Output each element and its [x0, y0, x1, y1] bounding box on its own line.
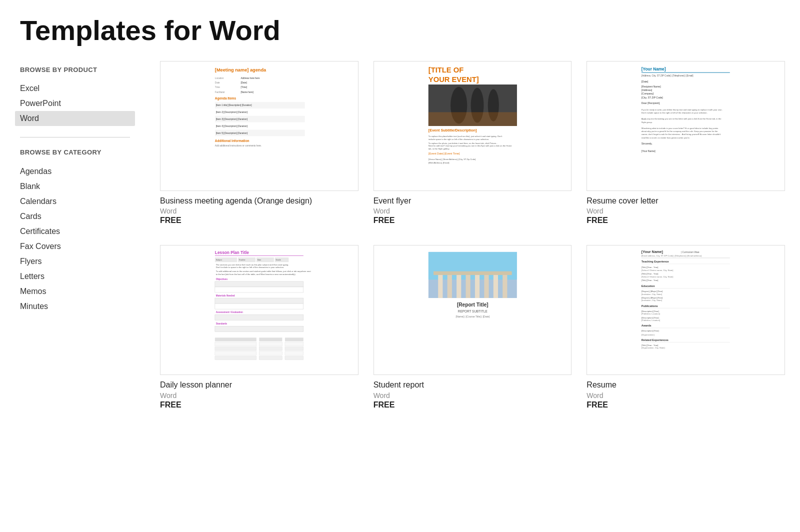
sidebar-item-flyers[interactable]: Flyers — [20, 254, 130, 269]
svg-text:Materials Needed: Materials Needed — [216, 295, 235, 298]
svg-text:[Title]                       : [Title] [Year - Year] — [642, 272, 658, 275]
template-price: FREE — [374, 400, 572, 410]
svg-text:[Web Address], [Email]: [Web Address], [Email] — [428, 161, 450, 164]
svg-rect-88 — [259, 338, 282, 342]
template-name: Student report — [374, 380, 572, 390]
svg-text:To add additional rows to the : To add additional rows to the section an… — [216, 270, 312, 273]
svg-text:[Title]                       : [Title] [Year - Year] — [642, 266, 658, 269]
svg-text:[TITLE OF: [TITLE OF — [428, 66, 464, 74]
sidebar-item-fax-covers[interactable]: Fax Covers — [20, 239, 130, 254]
sidebar-item-certificates[interactable]: Certificates — [20, 224, 130, 239]
svg-text:Style group.: Style group. — [642, 120, 652, 123]
svg-text:to the last (tab from the last: to the last (tab from the last cell of t… — [216, 273, 296, 276]
svg-text:[School / District name, City,: [School / District name, City, State] — [642, 269, 673, 272]
template-info-resume: ResumeWordFREE — [586, 375, 785, 410]
template-card-business-meeting-agenda[interactable]: [Meeting name] agenda Location Address h… — [160, 61, 358, 226]
svg-text:Objectives: Objectives — [216, 278, 228, 280]
svg-text:Address here here: Address here here — [240, 77, 260, 80]
svg-rect-112 — [502, 274, 507, 298]
svg-rect-113 — [434, 272, 512, 275]
template-name: Resume — [586, 380, 785, 390]
svg-text:[Institution, City, State]: [Institution, City, State] — [642, 300, 662, 302]
svg-text:[Publisher, Location]: [Publisher, Location] — [642, 313, 660, 316]
sidebar-divider — [20, 137, 130, 138]
svg-text:tab, in the Style gallery.: tab, in the Style gallery. — [428, 148, 450, 150]
svg-text:Assessment / Evaluation: Assessment / Evaluation — [216, 312, 243, 314]
svg-text:[Item 4]                     [: [Item 4] [Description] [Duration] — [216, 124, 248, 127]
sidebar-item-calendars[interactable]: Calendars — [20, 194, 130, 209]
svg-text:[Name] | [Course Title] | [Dat: [Name] | [Course Title] | [Date] — [456, 315, 490, 318]
svg-rect-105 — [438, 274, 442, 298]
svg-text:Awards: Awards — [642, 324, 652, 328]
sidebar-item-cards[interactable]: Cards — [20, 209, 130, 224]
svg-text:Teacher: Teacher — [239, 260, 246, 262]
template-grid: [Meeting name] agenda Location Address h… — [160, 61, 785, 410]
svg-text:Wondering what to include in y: Wondering what to include in your cover … — [642, 126, 718, 129]
svg-text:[Email address, City, ST ZIP C: [Email address, City, ST ZIP Code] | [Te… — [642, 255, 702, 258]
svg-text:Add additional instructions or: Add additional instructions or comments … — [215, 144, 262, 147]
template-name: Resume cover letter — [586, 196, 785, 206]
template-thumbnail-resume-cover-letter: [Your Name] [Address, City, ST ZIP Code]… — [586, 61, 785, 191]
svg-rect-91 — [259, 342, 282, 346]
svg-rect-111 — [493, 274, 498, 298]
svg-text:[Item 3]                     [: [Item 3] [Description] [Duration] — [216, 118, 248, 120]
svg-rect-101 — [285, 356, 304, 360]
svg-rect-109 — [475, 274, 480, 298]
sidebar-item-excel[interactable]: Excel — [20, 81, 130, 96]
svg-text:Additional Information: Additional Information — [215, 139, 250, 142]
sidebar-item-letters[interactable]: Letters — [20, 269, 130, 284]
template-card-resume-cover-letter[interactable]: [Your Name] [Address, City, ST ZIP Code]… — [586, 61, 785, 226]
svg-text:Publications: Publications — [642, 304, 658, 308]
svg-rect-93 — [215, 347, 256, 350]
template-info-daily-lesson-planner: Daily lesson plannerWordFREE — [160, 375, 358, 410]
svg-text:Apply any text formatting you : Apply any text formatting you see in thi… — [642, 118, 722, 120]
template-thumbnail-student-report: [Report Title] REPORT SUBTITLE [Name] | … — [374, 245, 572, 375]
template-name: Business meeting agenda (Orange design) — [160, 196, 358, 206]
template-thumbnail-event-flyer: [TITLE OF YOUR EVENT] [Event Subtitle/De… — [374, 61, 572, 191]
template-info-event-flyer: Event flyerWordFREE — [374, 191, 572, 226]
svg-rect-106 — [447, 274, 452, 298]
sidebar-item-minutes[interactable]: Minutes — [20, 299, 130, 314]
page-title: Templates for Word — [20, 15, 780, 46]
svg-text:Date: Date — [215, 82, 220, 84]
sidebar-item-word[interactable]: Word — [15, 111, 135, 126]
template-thumbnail-resume: [Your Name] | Curriculum Vitae [Email ad… — [586, 245, 785, 375]
sidebar-item-blank[interactable]: Blank — [20, 179, 130, 194]
template-product: Word — [160, 392, 358, 400]
svg-text:Dear [Recipient],: Dear [Recipient], — [642, 101, 660, 104]
svg-rect-87 — [215, 338, 256, 342]
svg-text:[Event Date]  [Event Time]: [Event Date] [Event Time] — [428, 152, 460, 155]
svg-text:If you're ready to write, just: If you're ready to write, just delete th… — [642, 108, 722, 110]
template-price: FREE — [160, 400, 358, 410]
template-info-student-report: Student reportWordFREE — [374, 375, 572, 410]
sidebar-item-agendas[interactable]: Agendas — [20, 164, 130, 179]
svg-rect-98 — [285, 352, 304, 355]
svg-text:[Publisher, Location]: [Publisher, Location] — [642, 320, 660, 322]
svg-text:|  Curriculum Vitae: | Curriculum Vitae — [681, 251, 700, 254]
template-card-event-flyer[interactable]: [TITLE OF YOUR EVENT] [Event Subtitle/De… — [374, 61, 572, 226]
svg-text:[School / District name, City,: [School / District name, City, State] — [642, 276, 673, 278]
svg-text:[Your Name]: [Your Name] — [642, 250, 664, 254]
svg-text:[Organization, City, State]: [Organization, City, State] — [642, 347, 665, 350]
svg-text:[Date]: [Date] — [642, 80, 648, 83]
template-card-student-report[interactable]: [Report Title] REPORT SUBTITLE [Name] | … — [374, 245, 572, 410]
svg-text:[City, ST ZIP Code]: [City, ST ZIP Code] — [642, 96, 664, 98]
template-card-daily-lesson-planner[interactable]: Lesson Plan Title Subject Teacher Date G… — [160, 245, 358, 410]
template-card-resume[interactable]: [Your Name] | Curriculum Vitae [Email ad… — [586, 245, 785, 410]
svg-text:Time: Time — [215, 86, 220, 88]
svg-text:[Your Name]: [Your Name] — [642, 149, 656, 152]
svg-text:[Company]: [Company] — [642, 92, 654, 95]
template-price: FREE — [586, 400, 785, 410]
sidebar-item-powerpoint[interactable]: PowerPoint — [20, 96, 130, 111]
svg-rect-100 — [259, 356, 282, 360]
svg-text:Need to add text? Just tap you: Need to add text? Just tap your formatti… — [428, 144, 512, 147]
svg-rect-81 — [215, 298, 304, 304]
svg-rect-108 — [466, 274, 470, 298]
template-product: Word — [586, 207, 785, 215]
template-thumbnail-daily-lesson-planner: Lesson Plan Title Subject Teacher Date G… — [160, 245, 358, 375]
svg-text:Facilitator: Facilitator — [215, 90, 225, 93]
svg-rect-92 — [285, 342, 304, 346]
template-product: Word — [160, 207, 358, 215]
svg-rect-90 — [215, 342, 256, 346]
sidebar-item-memos[interactable]: Memos — [20, 284, 130, 299]
